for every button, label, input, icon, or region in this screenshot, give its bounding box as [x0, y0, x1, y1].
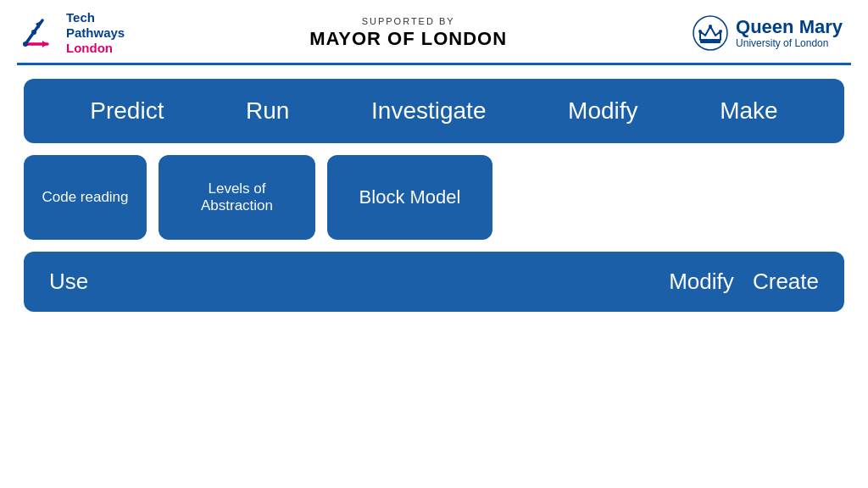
page-wrapper: Tech Pathways London SUPPORTED BY MAYOR …: [0, 0, 868, 488]
top-bar: Predict Run Investigate Modify Make: [24, 79, 844, 143]
code-reading-label: Code reading: [42, 189, 128, 206]
bottom-bar-modify: Modify: [669, 269, 734, 295]
qm-crown-icon: [692, 14, 729, 52]
tech-pathways-logo: Tech Pathways London: [17, 10, 125, 56]
top-bar-investigate: Investigate: [371, 97, 486, 125]
mayor-section: SUPPORTED BY MAYOR OF LONDON: [309, 16, 507, 50]
svg-point-10: [719, 30, 722, 33]
middle-row: Code reading Levels of Abstraction Block…: [24, 155, 844, 240]
bottom-bar-create: Create: [753, 269, 819, 295]
svg-point-6: [693, 16, 727, 50]
tpl-london: London: [66, 41, 125, 56]
svg-rect-7: [700, 40, 721, 43]
block-model-box[interactable]: Block Model: [327, 155, 492, 240]
qm-sub: University of London: [736, 37, 843, 49]
bottom-bar: Use Modify Create: [24, 252, 844, 312]
svg-point-9: [709, 25, 712, 28]
top-bar-modify: Modify: [568, 97, 637, 125]
mayor-title: MAYOR OF LONDON: [309, 28, 507, 50]
svg-point-4: [23, 42, 28, 47]
top-bar-make: Make: [720, 97, 777, 125]
tpl-tech: Tech: [66, 10, 125, 25]
tpl-pathways: Pathways: [66, 25, 125, 41]
svg-marker-3: [42, 41, 47, 47]
header: Tech Pathways London SUPPORTED BY MAYOR …: [0, 0, 868, 63]
supported-by-label: SUPPORTED BY: [309, 16, 507, 26]
levels-abstraction-label: Levels of Abstraction: [175, 180, 298, 214]
main-content: Predict Run Investigate Modify Make Code…: [0, 65, 868, 488]
svg-point-8: [698, 30, 702, 33]
qm-text: Queen Mary University of London: [736, 17, 843, 49]
levels-of-abstraction-box[interactable]: Levels of Abstraction: [159, 155, 315, 240]
bottom-bar-use: Use: [49, 269, 88, 295]
top-bar-predict: Predict: [90, 97, 164, 125]
tpl-text: Tech Pathways London: [66, 10, 125, 56]
top-bar-run: Run: [246, 97, 289, 125]
queen-mary-logo: Queen Mary University of London: [692, 14, 843, 52]
tpl-icon: [17, 12, 59, 54]
svg-point-5: [31, 30, 36, 35]
block-model-label: Block Model: [359, 186, 461, 208]
qm-name: Queen Mary: [736, 17, 843, 37]
code-reading-box[interactable]: Code reading: [24, 155, 147, 240]
